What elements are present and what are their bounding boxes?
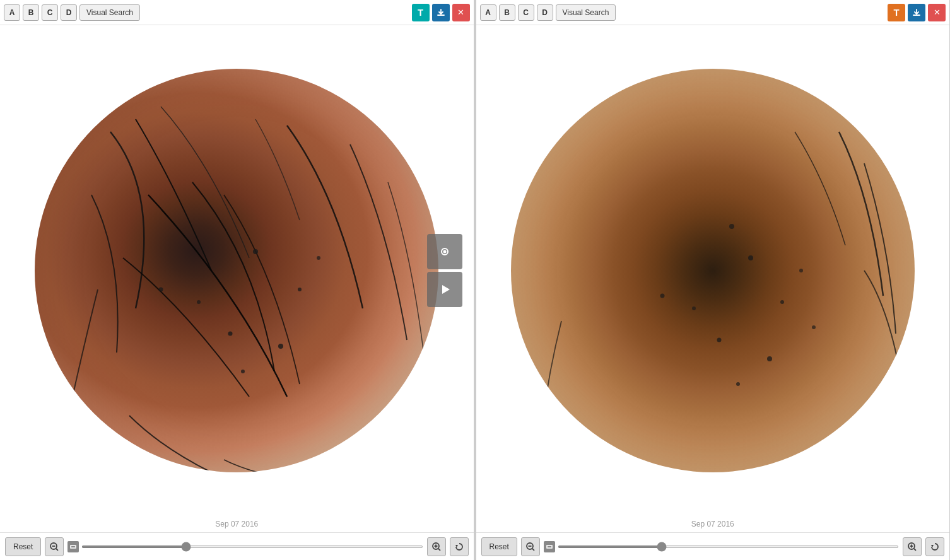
svg-line-33 bbox=[532, 549, 534, 551]
left-toolbar: A B C D Visual Search T ✕ bbox=[0, 0, 474, 25]
right-toolbar: A B C D Visual Search T ✕ bbox=[476, 0, 950, 25]
left-close-button[interactable]: ✕ bbox=[452, 4, 470, 21]
right-image-area bbox=[476, 25, 950, 516]
right-date-label: Sep 07 2016 bbox=[476, 516, 950, 532]
svg-point-6 bbox=[317, 256, 320, 260]
snapshot-button[interactable] bbox=[427, 234, 462, 269]
svg-point-7 bbox=[159, 288, 163, 292]
left-date-label: Sep 07 2016 bbox=[0, 516, 474, 532]
svg-point-21 bbox=[748, 255, 753, 260]
svg-line-19 bbox=[438, 549, 440, 551]
svg-line-13 bbox=[56, 549, 58, 551]
left-panel: A B C D Visual Search T ✕ bbox=[0, 0, 474, 560]
svg-point-3 bbox=[197, 300, 201, 304]
left-tab-c[interactable]: C bbox=[42, 4, 58, 21]
left-tab-d[interactable]: D bbox=[61, 4, 77, 21]
svg-point-2 bbox=[228, 332, 233, 336]
svg-marker-10 bbox=[442, 285, 450, 294]
play-button[interactable] bbox=[427, 272, 462, 307]
right-toolbar-right: T ✕ bbox=[888, 4, 946, 21]
right-slider-container bbox=[544, 541, 899, 552]
right-close-button[interactable]: ✕ bbox=[928, 4, 946, 21]
right-zoom-in-button[interactable] bbox=[903, 537, 922, 556]
svg-point-22 bbox=[780, 300, 784, 304]
right-tab-c[interactable]: C bbox=[518, 4, 534, 21]
left-slider-icon bbox=[67, 541, 79, 552]
svg-point-0 bbox=[253, 249, 258, 254]
svg-line-39 bbox=[914, 549, 916, 551]
right-tab-d[interactable]: D bbox=[537, 4, 553, 21]
left-reset-button[interactable]: Reset bbox=[5, 537, 41, 556]
left-image-area bbox=[0, 25, 474, 516]
right-bottom-toolbar: Reset bbox=[476, 532, 950, 560]
left-tab-a[interactable]: A bbox=[4, 4, 20, 21]
left-rotate-button[interactable] bbox=[450, 537, 469, 556]
right-tab-a[interactable]: A bbox=[480, 4, 496, 21]
right-panel: A B C D Visual Search T ✕ bbox=[476, 0, 951, 560]
svg-point-30 bbox=[812, 325, 816, 329]
left-tab-b[interactable]: B bbox=[23, 4, 39, 21]
svg-point-24 bbox=[692, 306, 696, 310]
right-text-button[interactable]: T bbox=[888, 4, 905, 21]
left-bottom-toolbar: Reset bbox=[0, 532, 474, 560]
left-toolbar-right: T ✕ bbox=[412, 4, 470, 21]
right-visual-search-button[interactable]: Visual Search bbox=[556, 4, 616, 21]
right-rotate-button[interactable] bbox=[925, 537, 944, 556]
svg-point-25 bbox=[767, 356, 772, 361]
right-slider-icon bbox=[544, 541, 555, 552]
right-tab-b[interactable]: B bbox=[499, 4, 515, 21]
left-zoom-slider[interactable] bbox=[81, 545, 423, 548]
left-zoom-in-button[interactable] bbox=[427, 537, 446, 556]
svg-rect-15 bbox=[71, 546, 75, 547]
svg-point-29 bbox=[729, 224, 734, 229]
right-zoom-slider[interactable] bbox=[558, 545, 899, 548]
svg-rect-35 bbox=[548, 546, 551, 547]
svg-point-4 bbox=[278, 344, 283, 349]
svg-point-5 bbox=[241, 370, 245, 373]
svg-point-27 bbox=[799, 269, 803, 272]
svg-point-1 bbox=[298, 288, 302, 291]
left-download-button[interactable] bbox=[432, 4, 450, 21]
right-download-button[interactable] bbox=[908, 4, 925, 21]
left-slider-container bbox=[67, 541, 423, 552]
left-dermoscopy-image bbox=[35, 69, 438, 472]
left-visual-search-button[interactable]: Visual Search bbox=[79, 4, 140, 21]
left-text-button[interactable]: T bbox=[412, 4, 430, 21]
right-zoom-out-button[interactable] bbox=[521, 537, 540, 556]
right-dermoscopy-image bbox=[511, 69, 915, 472]
svg-point-23 bbox=[717, 338, 721, 342]
svg-point-28 bbox=[660, 294, 664, 298]
center-controls bbox=[427, 234, 462, 307]
right-reset-button[interactable]: Reset bbox=[481, 537, 517, 556]
left-zoom-out-button[interactable] bbox=[45, 537, 64, 556]
svg-point-9 bbox=[443, 250, 447, 254]
svg-point-26 bbox=[736, 382, 740, 386]
